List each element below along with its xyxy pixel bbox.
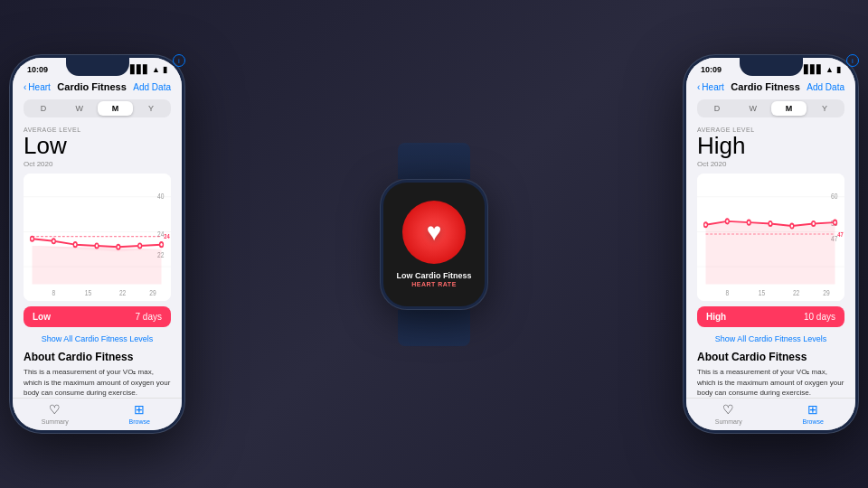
- watch-main-text: Low Cardio Fitness: [396, 271, 471, 282]
- status-icons-right: ▋▋▋ ▲ ▮: [804, 65, 841, 74]
- level-date-left: Oct 2020: [24, 160, 67, 168]
- add-data-button-right[interactable]: Add Data: [807, 82, 844, 92]
- segment-y-left[interactable]: Y: [133, 101, 169, 116]
- watch-band-top: [398, 143, 470, 179]
- svg-text:29: 29: [149, 288, 156, 297]
- segment-control-right: D W M Y: [697, 99, 844, 117]
- svg-point-31: [725, 219, 729, 223]
- time-right: 10:09: [701, 65, 722, 74]
- watch-sub-text: HEART RATE: [411, 281, 457, 287]
- wifi-icon-right: ▲: [826, 65, 834, 74]
- iphone-right: 10:09 ▋▋▋ ▲ ▮ ‹ Heart Cardio Fitness Add…: [683, 54, 859, 434]
- svg-text:47: 47: [837, 230, 844, 237]
- iphone-left-screen: 10:09 ▋▋▋ ▲ ▮ ‹ Heart Cardio Fitness Add…: [13, 58, 182, 430]
- level-title-left: Low: [24, 133, 67, 159]
- content-area-left: AVERAGE LEVEL Low Oct 2020 i: [13, 121, 182, 398]
- signal-icon-left: ▋▋▋: [130, 65, 149, 74]
- about-title-right: About Cardio Fitness: [697, 351, 844, 363]
- about-text-left: This is a measurement of your VO₂ max, w…: [24, 367, 171, 398]
- time-left: 10:09: [27, 65, 48, 74]
- segment-w-right[interactable]: W: [735, 101, 771, 116]
- svg-text:15: 15: [759, 288, 766, 297]
- svg-text:15: 15: [85, 288, 92, 297]
- segment-control-left: D W M Y: [24, 99, 171, 117]
- svg-text:29: 29: [823, 288, 830, 297]
- watch-heart-icon: ♥: [427, 218, 442, 247]
- show-all-left[interactable]: Show All Cardio Fitness Levels: [24, 331, 171, 347]
- browse-icon-right: ⊞: [807, 402, 818, 417]
- svg-text:22: 22: [793, 288, 799, 297]
- tab-summary-label-left: Summary: [42, 418, 69, 425]
- badge-right: High 10 days: [697, 306, 844, 327]
- about-title-left: About Cardio Fitness: [24, 351, 171, 363]
- show-all-right[interactable]: Show All Cardio Fitness Levels: [697, 331, 844, 347]
- watch-heart-bg: ♥: [402, 201, 466, 264]
- title-row-right: High Oct 2020 i: [697, 133, 844, 168]
- heart-icon-left: ♡: [49, 402, 61, 417]
- svg-text:8: 8: [52, 288, 56, 297]
- svg-point-15: [160, 242, 164, 247]
- svg-point-30: [704, 222, 708, 227]
- segment-y-right[interactable]: Y: [807, 101, 843, 116]
- svg-text:8: 8: [726, 288, 730, 297]
- svg-point-36: [834, 220, 837, 224]
- svg-text:24: 24: [164, 232, 170, 239]
- chart-left: 40 24 22: [24, 174, 171, 302]
- add-data-button-left[interactable]: Add Data: [133, 82, 171, 92]
- status-bar-left: 10:09 ▋▋▋ ▲ ▮: [13, 58, 182, 78]
- nav-title-left: Cardio Fitness: [57, 81, 126, 92]
- badge-label-left: Low: [33, 312, 51, 322]
- iphone-right-screen: 10:09 ▋▋▋ ▲ ▮ ‹ Heart Cardio Fitness Add…: [686, 58, 855, 430]
- watch-body: ♥ Low Cardio Fitness HEART RATE: [380, 179, 488, 310]
- signal-icon-right: ▋▋▋: [804, 65, 823, 74]
- back-button-right[interactable]: ‹ Heart: [697, 82, 724, 92]
- level-date-right: Oct 2020: [697, 160, 745, 168]
- svg-point-35: [812, 221, 816, 225]
- segment-d-left[interactable]: D: [25, 101, 61, 116]
- battery-icon-right: ▮: [836, 65, 841, 74]
- watch-band-bottom: [398, 310, 470, 346]
- tab-summary-label-right: Summary: [715, 418, 742, 425]
- segment-m-left[interactable]: M: [98, 101, 134, 116]
- svg-point-12: [95, 243, 99, 248]
- svg-point-34: [790, 223, 794, 228]
- segment-w-left[interactable]: W: [61, 101, 98, 116]
- svg-point-11: [73, 242, 77, 247]
- title-row-left: Low Oct 2020 i: [24, 133, 171, 168]
- tab-summary-right[interactable]: ♡ Summary: [686, 402, 771, 425]
- heart-icon-right: ♡: [722, 402, 734, 417]
- battery-icon-left: ▮: [163, 65, 167, 74]
- status-icons-left: ▋▋▋ ▲ ▮: [130, 65, 167, 74]
- tab-browse-right[interactable]: ⊞ Browse: [771, 402, 856, 425]
- svg-point-9: [31, 236, 34, 240]
- chart-right: 60 50 47: [697, 174, 844, 302]
- badge-left: Low 7 days: [24, 306, 171, 327]
- watch-container: ♥ Low Cardio Fitness HEART RATE: [380, 143, 488, 346]
- scene: 10:09 ▋▋▋ ▲ ▮ ‹ Heart Cardio Fitness Add…: [9, 9, 859, 479]
- svg-text:40: 40: [157, 192, 165, 201]
- back-button-left[interactable]: ‹ Heart: [24, 82, 51, 92]
- tab-summary-left[interactable]: ♡ Summary: [13, 402, 98, 425]
- badge-label-right: High: [706, 312, 726, 322]
- tab-bar-right: ♡ Summary ⊞ Browse: [686, 398, 855, 430]
- badge-days-left: 7 days: [136, 312, 162, 322]
- tab-browse-label-right: Browse: [803, 418, 824, 425]
- iphone-left: 10:09 ▋▋▋ ▲ ▮ ‹ Heart Cardio Fitness Add…: [9, 54, 185, 434]
- nav-title-right: Cardio Fitness: [731, 81, 799, 92]
- svg-point-14: [138, 243, 142, 248]
- segment-d-right[interactable]: D: [699, 101, 735, 116]
- tab-browse-left[interactable]: ⊞ Browse: [98, 402, 183, 425]
- segment-m-right[interactable]: M: [771, 101, 807, 116]
- svg-text:60: 60: [831, 192, 838, 201]
- svg-point-33: [769, 221, 772, 225]
- about-section-left: About Cardio Fitness This is a measureme…: [24, 347, 171, 398]
- tab-browse-label-left: Browse: [129, 418, 150, 425]
- svg-text:22: 22: [119, 288, 126, 297]
- chart-svg-right: 60 50 47: [697, 174, 844, 302]
- about-text-right: This is a measurement of your VO₂ max, w…: [697, 367, 844, 398]
- wifi-icon-left: ▲: [152, 65, 160, 74]
- svg-point-10: [52, 239, 55, 243]
- watch-screen: ♥ Low Cardio Fitness HEART RATE: [383, 183, 485, 306]
- svg-point-32: [747, 220, 750, 224]
- about-section-right: About Cardio Fitness This is a measureme…: [697, 347, 844, 398]
